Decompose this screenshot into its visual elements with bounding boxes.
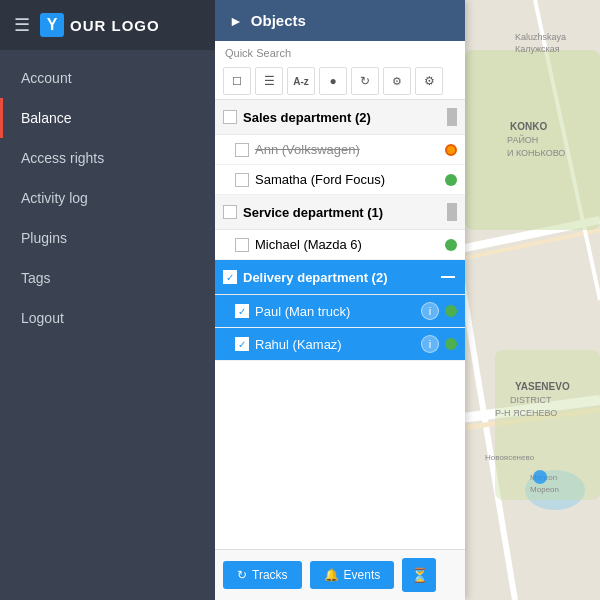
map-area: Kaluzhskaya Калужская KONKO РАЙОН И КОНЬ…	[215, 0, 600, 600]
toolbar-settings-btn[interactable]: ⚙	[415, 67, 443, 95]
quick-search-label: Quick Search	[215, 41, 465, 63]
status-dot-michael	[445, 239, 457, 251]
item-row-rahul[interactable]: ✓ Rahul (Kamaz) i	[215, 328, 465, 361]
svg-text:Kaluzhskaya: Kaluzhskaya	[515, 32, 566, 42]
svg-point-29	[533, 470, 547, 484]
minus-icon	[441, 276, 455, 278]
status-dot-ann	[445, 144, 457, 156]
item-checkbox-samatha[interactable]	[235, 173, 249, 187]
objects-panel: ► Objects Quick Search ☐ ☰ A-z ● ↻ ⚙ ⚙ S…	[215, 0, 465, 600]
tracks-label: Tracks	[252, 568, 288, 582]
group-scrollbar-service	[447, 203, 457, 221]
group-checkbox-delivery[interactable]: ✓	[223, 270, 237, 284]
sidebar-item-activity-log[interactable]: Activity log	[0, 178, 215, 218]
sidebar-nav: Account Balance Access rights Activity l…	[0, 50, 215, 338]
objects-panel-header: ► Objects	[215, 0, 465, 41]
group-checkbox-service[interactable]	[223, 205, 237, 219]
sidebar-item-balance[interactable]: Balance	[0, 98, 215, 138]
group-collapse-delivery[interactable]	[439, 268, 457, 286]
svg-text:И КОНЬКОВО: И КОНЬКОВО	[507, 148, 565, 158]
group-scrollbar-sales	[447, 108, 457, 126]
sidebar-header: ☰ Y OUR LOGO	[0, 0, 215, 50]
tracks-button[interactable]: ↻ Tracks	[223, 561, 302, 589]
objects-list: Sales department (2) Ann (Volkswagen) Sa…	[215, 100, 465, 549]
svg-text:DISTRICT: DISTRICT	[510, 395, 552, 405]
tracks-icon: ↻	[237, 568, 247, 582]
item-row-ann[interactable]: Ann (Volkswagen)	[215, 135, 465, 165]
svg-text:Р-Н ЯСЕНЕВО: Р-Н ЯСЕНЕВО	[495, 408, 557, 418]
sidebar-item-plugins[interactable]: Plugins	[0, 218, 215, 258]
svg-text:РАЙОН: РАЙОН	[507, 134, 538, 145]
objects-panel-title: Objects	[251, 12, 306, 29]
svg-text:YASENEVO: YASENEVO	[515, 381, 570, 392]
item-name-samatha: Samatha (Ford Focus)	[255, 172, 439, 187]
item-row-paul[interactable]: ✓ Paul (Man truck) i	[215, 295, 465, 328]
item-name-ann: Ann (Volkswagen)	[255, 142, 439, 157]
sidebar-item-logout[interactable]: Logout	[0, 298, 215, 338]
group-name-delivery: Delivery department (2)	[243, 270, 433, 285]
item-checkbox-ann[interactable]	[235, 143, 249, 157]
toolbar-checkbox-btn[interactable]: ☐	[223, 67, 251, 95]
group-name-service: Service department (1)	[243, 205, 441, 220]
item-row-samatha[interactable]: Samatha (Ford Focus)	[215, 165, 465, 195]
group-name-sales: Sales department (2)	[243, 110, 441, 125]
events-icon: 🔔	[324, 568, 339, 582]
toolbar-list-btn[interactable]: ☰	[255, 67, 283, 95]
group-row-sales[interactable]: Sales department (2)	[215, 100, 465, 135]
sidebar-item-account[interactable]: Account	[0, 58, 215, 98]
events-button[interactable]: 🔔 Events	[310, 561, 395, 589]
toolbar-dot-btn[interactable]: ●	[319, 67, 347, 95]
status-dot-samatha	[445, 174, 457, 186]
group-row-delivery[interactable]: ✓ Delivery department (2)	[215, 260, 465, 295]
toolbar-refresh-btn[interactable]: ↻	[351, 67, 379, 95]
info-icon-paul[interactable]: i	[421, 302, 439, 320]
info-icon-rahul[interactable]: i	[421, 335, 439, 353]
events-label: Events	[344, 568, 381, 582]
svg-text:Новоясенево: Новоясенево	[485, 453, 535, 462]
group-checkbox-sales[interactable]	[223, 110, 237, 124]
item-name-paul: Paul (Man truck)	[255, 304, 415, 319]
hamburger-icon[interactable]: ☰	[14, 14, 30, 36]
navigation-arrow-icon: ►	[229, 13, 243, 29]
status-dot-paul	[445, 305, 457, 317]
status-dot-rahul	[445, 338, 457, 350]
toolbar-filter-btn[interactable]: ⚙	[383, 67, 411, 95]
item-checkbox-rahul[interactable]: ✓	[235, 337, 249, 351]
sidebar-item-tags[interactable]: Tags	[0, 258, 215, 298]
sidebar-item-access-rights[interactable]: Access rights	[0, 138, 215, 178]
toolbar-az-btn[interactable]: A-z	[287, 67, 315, 95]
svg-text:Калужская: Калужская	[515, 44, 560, 54]
item-name-michael: Michael (Mazda 6)	[255, 237, 439, 252]
logo-y-icon: Y	[40, 13, 64, 37]
sidebar: ☰ Y OUR LOGO Account Balance Access righ…	[0, 0, 215, 600]
history-icon: ⏳	[411, 567, 428, 583]
logo-text: OUR LOGO	[70, 17, 160, 34]
search-toolbar: ☐ ☰ A-z ● ↻ ⚙ ⚙	[215, 63, 465, 100]
svg-text:Морeon: Морeon	[530, 485, 559, 494]
item-name-rahul: Rahul (Kamaz)	[255, 337, 415, 352]
item-row-michael[interactable]: Michael (Mazda 6)	[215, 230, 465, 260]
logo-box: Y OUR LOGO	[40, 13, 160, 37]
item-checkbox-paul[interactable]: ✓	[235, 304, 249, 318]
svg-text:KONKO: KONKO	[510, 121, 547, 132]
group-row-service[interactable]: Service department (1)	[215, 195, 465, 230]
item-checkbox-michael[interactable]	[235, 238, 249, 252]
history-button[interactable]: ⏳	[402, 558, 436, 592]
objects-footer: ↻ Tracks 🔔 Events ⏳	[215, 549, 465, 600]
